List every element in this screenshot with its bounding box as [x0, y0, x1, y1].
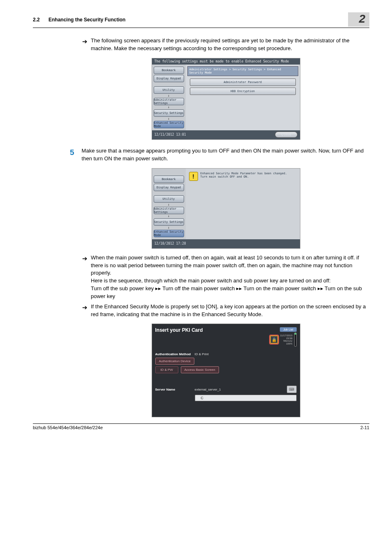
section-number: 2.2: [33, 17, 40, 23]
power-sequence: Turn off the sub power key ▸▸ Turn off t…: [91, 285, 369, 301]
pki-body: Authentication Method ID & Print Authent…: [152, 348, 300, 417]
time-text: 23:58: [280, 337, 292, 340]
warning-text: Enhanced Security Mode Parameter has bee…: [201, 172, 287, 179]
clear-button[interactable]: C: [195, 395, 297, 401]
row-server-name: Server Name external_server_1 ⌨: [155, 386, 297, 393]
intro-bullet: ➔ The following screen appears if the pr…: [82, 37, 369, 53]
power-note-2: Here is the sequence, through which the …: [91, 277, 369, 285]
row-access: ID & PW Access Basic Screen: [155, 366, 297, 373]
main-content: ➔ The following screen appears if the pr…: [82, 37, 369, 417]
memory-value: 100%: [280, 342, 292, 345]
auth-method-label: Authentication Method: [155, 352, 192, 356]
row-auth-method: Authentication Method ID & Print: [155, 352, 297, 356]
sidebar-security-settings[interactable]: Security Settings: [154, 109, 184, 117]
panel1-topbar: The following settings must be made to e…: [152, 58, 300, 65]
page-footer: bizhub 554e/454e/364e/284e/224e 2-11: [33, 423, 369, 430]
pki-title: Insert your PKI Card: [155, 327, 203, 333]
panel1-footer: 12/11/2012 13:01 Close: [152, 130, 300, 139]
warn-line2: Turn main switch OFF and ON.: [201, 175, 287, 178]
pki-top: Insert your PKI Card Job List 🔒 11/17/20…: [152, 324, 300, 348]
panel1-sidebar: Bookmark Display Keypad Utility ↓ Admini…: [152, 65, 186, 130]
panel1-main: Administrator Settings > Security Settin…: [186, 65, 300, 130]
panel2-main: ! Enhanced Security Mode Parameter has b…: [186, 169, 300, 239]
chevron-down-icon: ↓: [154, 204, 184, 206]
settings-panel-warning: Bookmark Display Keypad Utility ↓ Admini…: [152, 169, 300, 248]
play-icon: ▸▸: [236, 285, 242, 291]
footer-model: bizhub 554e/454e/364e/284e/224e: [33, 425, 103, 430]
pki-datetime: 11/17/2013 23:58 Memory 100%: [280, 334, 292, 345]
sidebar-admin-settings[interactable]: Administrator Settings: [154, 207, 184, 214]
keyicon-note-bullet: ➔ If the Enhanced Security Mode is prope…: [82, 303, 369, 319]
power-note-1: When the main power switch is turned off…: [91, 254, 369, 278]
panel2-footer: 12/10/2012 17:28: [152, 239, 300, 248]
chevron-down-icon: ↓: [154, 227, 184, 229]
sidebar-enhanced-security[interactable]: Enhanced Security Mode: [154, 121, 184, 128]
sidebar-bookmark[interactable]: Bookmark: [154, 176, 184, 183]
close-button[interactable]: Close: [275, 132, 297, 138]
row-auth-device: Authentication Device: [155, 358, 297, 365]
warn-line1: Enhanced Security Mode Parameter has bee…: [201, 172, 287, 175]
pki-status-row: 🔒 11/17/2013 23:58 Memory 100%: [270, 333, 296, 347]
auth-method-value: ID & Print: [195, 352, 209, 356]
chevron-down-icon: ↓: [154, 95, 184, 97]
chevron-down-icon: ↓: [154, 215, 184, 217]
memory-label: Memory: [280, 340, 292, 342]
settings-panel-enable: The following settings must be made to e…: [152, 58, 300, 139]
sidebar-enhanced-security[interactable]: Enhanced Security Mode: [154, 230, 184, 237]
id-pw-button[interactable]: ID & PW: [155, 366, 178, 373]
section-block: 2.2 Enhancing the Security Function: [33, 17, 125, 23]
play-icon: ▸▸: [155, 285, 161, 291]
server-name-value: external_server_1: [195, 388, 221, 391]
warning-row: ! Enhanced Security Mode Parameter has b…: [187, 170, 298, 183]
chevron-down-icon: ↓: [154, 106, 184, 109]
breadcrumb: Administrator Settings > Security Settin…: [187, 66, 298, 76]
memory-bar: [294, 333, 297, 347]
step-number: 5: [70, 147, 74, 159]
pki-status-block: Job List 🔒 11/17/2013 23:58 Memory 100%: [270, 327, 296, 347]
chapter-number-badge: 2: [348, 12, 369, 27]
sidebar-bookmark[interactable]: Bookmark: [154, 67, 184, 74]
power-note-block: When the main power switch is turned off…: [91, 254, 369, 301]
step-5: 5 Make sure that a message appears promp…: [70, 147, 369, 163]
arrow-icon: ➔: [82, 254, 88, 263]
page-header: 2.2 Enhancing the Security Function 2: [33, 12, 369, 28]
panel2-timestamp: 12/10/2012 17:28: [154, 242, 186, 245]
power-note-bullet: ➔ When the main power switch is turned o…: [82, 254, 369, 301]
sidebar-utility[interactable]: Utility: [154, 195, 184, 203]
keyicon-note: If the Enhanced Security Mode is properl…: [91, 303, 369, 319]
sidebar-display-keypad[interactable]: Display Keypad: [154, 184, 184, 191]
row-admin-password[interactable]: Administrator Password: [190, 79, 296, 86]
row-hdd-encryption[interactable]: HDD Encryption: [190, 88, 296, 95]
sidebar-display-keypad[interactable]: Display Keypad: [154, 75, 184, 82]
footer-page-number: 2-11: [360, 425, 369, 430]
step-text: Make sure that a message appears prompti…: [82, 147, 369, 163]
sidebar-admin-settings[interactable]: Administrator Settings: [154, 98, 184, 105]
access-basic-screen-button[interactable]: Access Basic Screen: [181, 366, 219, 373]
panel1-timestamp: 12/11/2012 13:01: [154, 133, 186, 136]
job-list-button[interactable]: Job List: [280, 327, 296, 332]
chevron-down-icon: ↓: [154, 118, 184, 120]
date-text: 11/17/2013: [280, 334, 292, 337]
keyboard-icon[interactable]: ⌨: [287, 386, 297, 393]
arrow-icon: ➔: [82, 303, 88, 312]
sidebar-utility[interactable]: Utility: [154, 86, 184, 94]
arrow-icon: ➔: [82, 37, 88, 46]
section-title: Enhancing the Security Function: [48, 17, 125, 23]
intro-text: The following screen appears if the prev…: [91, 37, 369, 53]
auth-device-button[interactable]: Authentication Device: [155, 358, 194, 365]
server-name-label: Server Name: [155, 388, 192, 391]
warning-icon: !: [189, 172, 198, 181]
pki-card-panel: Insert your PKI Card Job List 🔒 11/17/20…: [152, 324, 300, 417]
sidebar-security-settings[interactable]: Security Settings: [154, 218, 184, 226]
lock-icon: 🔒: [270, 335, 278, 344]
play-icon: ▸▸: [318, 285, 323, 291]
panel2-sidebar: Bookmark Display Keypad Utility ↓ Admini…: [152, 169, 186, 239]
